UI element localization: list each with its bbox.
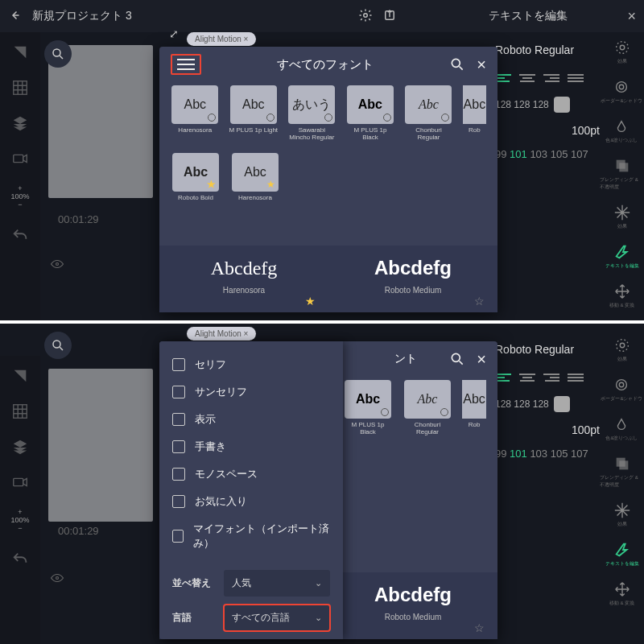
preview-item[interactable]: Abcdefg Roboto Medium ☆ — [328, 572, 497, 639]
blend-tool[interactable]: ブレンディング & 不透明度 — [600, 455, 644, 489]
dialog-title-partial: ント — [394, 352, 417, 366]
share-icon[interactable] — [382, 8, 397, 25]
align-center-icon[interactable] — [519, 370, 535, 385]
font-cell[interactable]: AbcChonburi Regular — [402, 380, 452, 436]
layers-tool-icon[interactable] — [11, 114, 29, 132]
undo-icon[interactable] — [11, 551, 29, 568]
font-cell[interactable]: AbcRob — [462, 380, 486, 436]
color-swatch-icon[interactable] — [554, 396, 570, 412]
filter-myfonts[interactable]: マイフォント（インポート済み） — [172, 515, 330, 557]
filter-monospace[interactable]: モノスペース — [172, 460, 330, 488]
search-icon[interactable] — [449, 56, 465, 72]
color-row[interactable]: 128 128 128 — [495, 97, 600, 113]
close-icon[interactable]: × — [627, 8, 636, 25]
align-left-icon[interactable] — [495, 370, 511, 385]
sort-select[interactable]: 人気⌄ — [224, 570, 330, 597]
language-select[interactable]: すべての言語⌄ — [224, 605, 330, 631]
font-cell[interactable]: AbcM PLUS 1p Light — [229, 85, 279, 142]
close-dialog-icon[interactable]: × — [477, 56, 486, 74]
filter-serif[interactable]: セリフ — [172, 351, 330, 378]
font-name-label[interactable]: Roboto Regular — [495, 340, 600, 359]
align-justify-icon[interactable] — [568, 71, 584, 85]
filter-favorites[interactable]: お気に入り — [172, 488, 330, 515]
layers-tool-icon[interactable] — [11, 438, 29, 456]
star-outline-icon[interactable]: ☆ — [474, 295, 485, 308]
color-swatch-icon[interactable] — [554, 97, 570, 113]
sparkle-tool[interactable]: 効果 — [613, 204, 631, 230]
gear-icon[interactable] — [358, 8, 373, 25]
border-shadow-tool[interactable]: ボーダー&シャドウ — [601, 78, 642, 105]
drawer-toggle-button[interactable] — [171, 54, 201, 75]
back-icon[interactable] — [8, 8, 23, 25]
sparkle-tool[interactable]: 効果 — [613, 502, 631, 528]
star-outline-icon[interactable]: ☆ — [474, 621, 485, 634]
search-icon[interactable] — [449, 351, 465, 367]
layer-tag[interactable]: Alight Motion × — [187, 327, 256, 341]
blend-tool[interactable]: ブレンディング & 不透明度 — [600, 157, 644, 191]
preview-item[interactable]: Abcdefg Harenosora ★ — [159, 246, 328, 312]
zoom-indicator[interactable]: + 100% − — [10, 509, 29, 533]
svg-rect-3 — [14, 155, 23, 162]
border-shadow-tool[interactable]: ボーダー&シャドウ — [601, 376, 642, 402]
fill-tool[interactable]: 色&塗りつぶし — [605, 415, 638, 442]
fill-tool[interactable]: 色&塗りつぶし — [605, 118, 638, 144]
grid-tool-icon[interactable] — [11, 79, 29, 97]
filter-handwriting[interactable]: 手書き — [172, 433, 330, 460]
star-icon[interactable]: ★ — [305, 295, 316, 308]
text-edit-tool[interactable]: テキストを編集 — [605, 541, 639, 568]
magnifier-icon[interactable] — [44, 332, 72, 359]
zoom-indicator[interactable]: + 100% − — [10, 185, 29, 209]
camera-tool-icon[interactable] — [11, 150, 29, 167]
close-dialog-icon[interactable]: × — [477, 350, 486, 369]
camera-tool-icon[interactable] — [11, 473, 29, 491]
align-right-icon[interactable] — [543, 71, 559, 85]
font-size[interactable]: 100pt — [495, 124, 600, 137]
expand-icon[interactable]: ⤢ — [169, 27, 179, 40]
font-cell[interactable]: Abc★Harenosora — [230, 153, 280, 209]
font-cell[interactable]: AbcChonburi Regular — [404, 85, 453, 142]
text-props-panel: Roboto Regular 128 128 128 100pt 99 101 … — [495, 32, 600, 160]
font-cell[interactable]: AbcM PLUS 1p Black — [346, 85, 395, 142]
glyph-numbers[interactable]: 99 101 103 105 107 — [495, 148, 600, 160]
filter-sans[interactable]: サンセリフ — [172, 378, 330, 406]
transform-tool[interactable]: 移動 & 変換 — [609, 580, 634, 607]
font-cell[interactable]: AbcM PLUS 1p Black — [343, 380, 393, 436]
font-size[interactable]: 100pt — [495, 423, 600, 436]
align-center-icon[interactable] — [519, 71, 535, 85]
svg-point-8 — [617, 82, 627, 93]
shape-tool-icon[interactable] — [11, 367, 29, 385]
glyph-numbers[interactable]: 99 101 103 105 107 — [495, 448, 600, 460]
effects-tool[interactable]: 効果 — [613, 39, 631, 65]
transform-tool[interactable]: 移動 & 変換 — [609, 283, 634, 309]
svg-point-16 — [56, 577, 59, 580]
svg-rect-13 — [14, 405, 27, 419]
filter-display[interactable]: 表示 — [172, 406, 330, 433]
grid-tool-icon[interactable] — [11, 402, 29, 420]
svg-point-12 — [452, 59, 460, 67]
svg-point-23 — [452, 353, 460, 361]
svg-rect-22 — [619, 460, 628, 469]
font-dialog: すべてのフォント × AbcHarenosora AbcM PLUS 1p Li… — [159, 47, 497, 312]
align-justify-icon[interactable] — [568, 370, 584, 385]
font-cell[interactable]: AbcRob — [463, 85, 486, 142]
layer-tag[interactable]: Alight Motion × — [187, 32, 256, 46]
font-cell[interactable]: あいうSawarabi Mincho Regular — [287, 85, 336, 142]
text-edit-tool[interactable]: テキストを編集 — [605, 243, 639, 270]
hamburger-icon — [177, 59, 195, 70]
font-preview-row: ⤢ Abcdefg Harenosora ★ Abcdefg Roboto Me… — [159, 246, 497, 312]
undo-icon[interactable] — [11, 227, 29, 245]
preview-item[interactable]: Abcdefg Roboto Medium ☆ — [328, 246, 497, 312]
effects-tool[interactable]: 効果 — [613, 336, 631, 363]
font-name-label[interactable]: Roboto Regular — [495, 40, 600, 60]
font-cell[interactable]: AbcHarenosora — [171, 85, 220, 142]
svg-point-19 — [617, 380, 627, 390]
visibility-strip[interactable] — [50, 573, 64, 583]
svg-point-5 — [56, 263, 59, 266]
align-left-icon[interactable] — [495, 71, 511, 85]
shape-tool-icon[interactable] — [11, 43, 29, 61]
color-row[interactable]: 128 128 128 — [495, 396, 600, 412]
visibility-strip[interactable] — [50, 259, 64, 269]
align-right-icon[interactable] — [543, 370, 559, 385]
font-cell[interactable]: Abc★Roboto Bold — [171, 153, 221, 209]
magnifier-icon[interactable] — [44, 40, 72, 68]
